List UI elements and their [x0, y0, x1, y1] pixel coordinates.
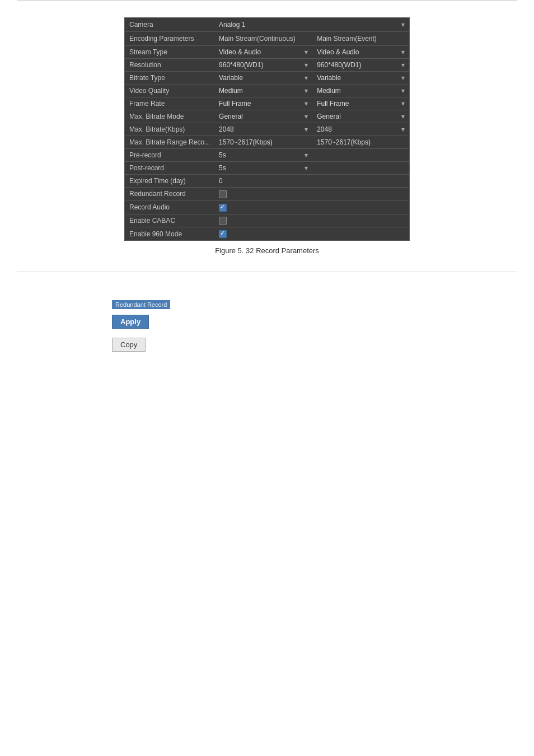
video-quality-col2: Medium	[312, 85, 397, 97]
frame-rate-col2: Full Frame	[312, 97, 397, 110]
enable-cabac-checkbox[interactable]	[214, 214, 300, 227]
enable-cabac-label: Enable CABAC	[125, 214, 215, 227]
video-quality-row: Video Quality Medium ▾ Medium ▾	[125, 85, 410, 97]
expired-time-label: Expired Time (day)	[125, 175, 215, 188]
max-bitrate-kbps-col2: 2048	[312, 123, 397, 136]
bitrate-type-arrow2[interactable]: ▾	[397, 72, 410, 85]
params-table: Camera Analog 1 ▾ Encoding Parameters Ma…	[124, 17, 410, 241]
apply-button[interactable]: Apply	[112, 315, 149, 329]
enable-960-mode-check[interactable]	[219, 230, 227, 238]
bitrate-type-arrow1[interactable]: ▾	[300, 72, 312, 85]
resolution-col1: 960*480(WD1)	[214, 59, 300, 72]
bitrate-type-col2: Variable	[312, 72, 397, 85]
bottom-section: Redundant Record Apply Copy	[0, 283, 534, 368]
max-bitrate-kbps-col1: 2048	[214, 123, 300, 136]
max-bitrate-mode-row: Max. Bitrate Mode General ▾ General ▾	[125, 110, 410, 123]
enable-960-mode-label: Enable 960 Mode	[125, 227, 215, 241]
resolution-row: Resolution 960*480(WD1) ▾ 960*480(WD1) ▾	[125, 59, 410, 72]
max-bitrate-mode-label: Max. Bitrate Mode	[125, 110, 215, 123]
post-record-label: Post-record	[125, 162, 215, 175]
bitrate-type-row: Bitrate Type Variable ▾ Variable ▾	[125, 72, 410, 85]
expired-time-row: Expired Time (day) 0	[125, 175, 410, 188]
enable-960-mode-checkbox[interactable]	[214, 227, 300, 241]
record-audio-label: Record Audio	[125, 200, 215, 214]
main-stream-event-header: Main Stream(Event)	[312, 32, 397, 46]
enable-cabac-check[interactable]	[219, 217, 227, 225]
stream-type-col1: Video & Audio	[214, 46, 300, 59]
stream-type-label: Stream Type	[125, 46, 215, 59]
max-bitrate-kbps-arrow2[interactable]: ▾	[397, 123, 410, 136]
max-bitrate-range-row: Max. Bitrate Range Reco... 1570~2617(Kbp…	[125, 136, 410, 149]
bitrate-type-col1: Variable	[214, 72, 300, 85]
max-bitrate-kbps-label: Max. Bitrate(Kbps)	[125, 123, 215, 136]
redundant-record-tag: Redundant Record	[112, 300, 170, 309]
max-bitrate-mode-arrow1[interactable]: ▾	[300, 110, 312, 123]
bottom-divider	[17, 272, 517, 272]
redundant-record-row: Redundant Record	[125, 188, 410, 201]
redundant-record-checkbox[interactable]	[214, 188, 300, 201]
max-bitrate-mode-arrow2[interactable]: ▾	[397, 110, 410, 123]
frame-rate-arrow1[interactable]: ▾	[300, 97, 312, 110]
resolution-col2: 960*480(WD1)	[312, 59, 397, 72]
encoding-params-header: Encoding Parameters Main Stream(Continuo…	[125, 32, 410, 46]
figure-caption: Figure 5. 32 Record Parameters	[22, 246, 512, 255]
encoding-params-label: Encoding Parameters	[125, 32, 215, 46]
video-quality-col1: Medium	[214, 85, 300, 97]
resolution-arrow1[interactable]: ▾	[300, 59, 312, 72]
max-bitrate-range-col2: 1570~2617(Kbps)	[312, 136, 397, 149]
main-content: Camera Analog 1 ▾ Encoding Parameters Ma…	[0, 1, 534, 272]
max-bitrate-kbps-arrow1[interactable]: ▾	[300, 123, 312, 136]
video-quality-arrow2[interactable]: ▾	[397, 85, 410, 97]
pre-record-value: 5s	[214, 149, 300, 162]
resolution-label: Resolution	[125, 59, 215, 72]
copy-button[interactable]: Copy	[112, 338, 146, 352]
stream-type-col2: Video & Audio	[312, 46, 397, 59]
camera-label: Camera	[125, 18, 215, 32]
enable-cabac-row: Enable CABAC	[125, 214, 410, 227]
frame-rate-arrow2[interactable]: ▾	[397, 97, 410, 110]
main-stream-continuous-header: Main Stream(Continuous)	[214, 32, 300, 46]
max-bitrate-mode-col2: General	[312, 110, 397, 123]
max-bitrate-mode-col1: General	[214, 110, 300, 123]
record-audio-checkbox[interactable]	[214, 200, 300, 214]
redundant-record-check[interactable]	[219, 190, 227, 198]
post-record-value: 5s	[214, 162, 300, 175]
frame-rate-row: Frame Rate Full Frame ▾ Full Frame ▾	[125, 97, 410, 110]
record-audio-check[interactable]	[219, 204, 227, 212]
resolution-arrow2[interactable]: ▾	[397, 59, 410, 72]
video-quality-arrow1[interactable]: ▾	[300, 85, 312, 97]
max-bitrate-range-col1: 1570~2617(Kbps)	[214, 136, 300, 149]
bitrate-type-label: Bitrate Type	[125, 72, 215, 85]
record-audio-row: Record Audio	[125, 200, 410, 214]
frame-rate-col1: Full Frame	[214, 97, 300, 110]
enable-960-mode-row: Enable 960 Mode	[125, 227, 410, 241]
video-quality-label: Video Quality	[125, 85, 215, 97]
post-record-row: Post-record 5s ▾	[125, 162, 410, 175]
redundant-record-label: Redundant Record	[125, 188, 215, 201]
stream-type-arrow1[interactable]: ▾	[300, 46, 312, 59]
max-bitrate-range-label: Max. Bitrate Range Reco...	[125, 136, 215, 149]
stream-type-row: Stream Type Video & Audio ▾ Video & Audi…	[125, 46, 410, 59]
pre-record-row: Pre-record 5s ▾	[125, 149, 410, 162]
expired-time-value: 0	[214, 175, 300, 188]
stream-type-arrow2[interactable]: ▾	[397, 46, 410, 59]
camera-row: Camera Analog 1 ▾	[125, 18, 410, 32]
frame-rate-label: Frame Rate	[125, 97, 215, 110]
camera-value: Analog 1	[214, 18, 300, 32]
max-bitrate-kbps-row: Max. Bitrate(Kbps) 2048 ▾ 2048 ▾	[125, 123, 410, 136]
button-group: Redundant Record Apply Copy	[112, 300, 422, 352]
pre-record-label: Pre-record	[125, 149, 215, 162]
